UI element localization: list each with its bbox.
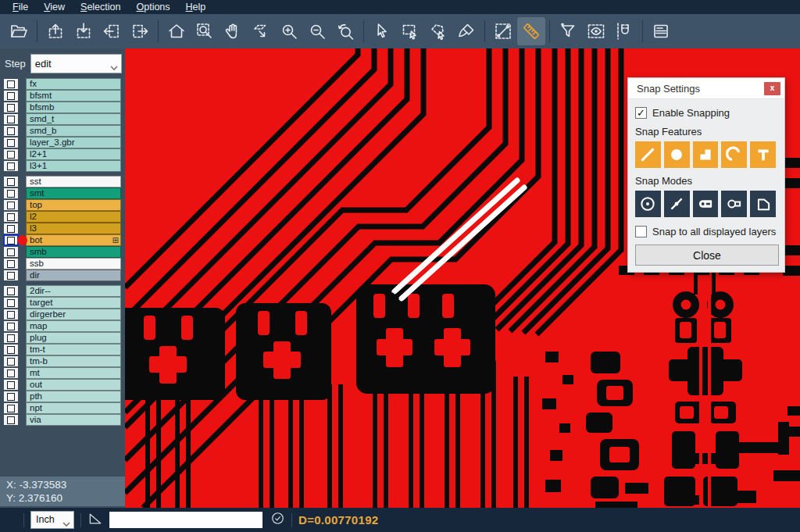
pan-button[interactable] (219, 17, 247, 45)
layer-row[interactable]: map (0, 320, 125, 332)
layer-visibility-checkbox[interactable] (4, 333, 18, 343)
layer-row[interactable]: top (0, 199, 125, 211)
import-right-button[interactable] (126, 17, 154, 45)
layer-label[interactable]: smd_b (26, 125, 121, 137)
home-view-button[interactable] (162, 17, 191, 45)
menu-selection[interactable]: Selection (73, 0, 128, 14)
open-project-button[interactable] (5, 17, 33, 45)
layer-label[interactable]: l2+1 (26, 148, 121, 160)
layer-row[interactable]: l3 (0, 223, 125, 234)
layer-row[interactable]: bfsmt (0, 90, 125, 102)
layer-visibility-checkbox[interactable] (4, 368, 18, 378)
menu-view[interactable]: View (36, 0, 73, 14)
layer-row[interactable]: plug (0, 332, 125, 344)
snap-mode-center-button[interactable] (635, 191, 661, 217)
report-list-button[interactable] (647, 17, 675, 45)
layer-visibility-checkbox[interactable] (4, 247, 18, 257)
layer-visibility-checkbox[interactable] (4, 415, 18, 425)
menu-help[interactable]: Help (178, 0, 214, 14)
layer-label[interactable]: tm-b (26, 355, 121, 367)
layer-label[interactable]: via (26, 414, 121, 426)
zoom-window-button[interactable] (191, 17, 219, 45)
layer-row[interactable]: pth (0, 391, 125, 402)
layer-label[interactable]: top (26, 199, 121, 211)
layer-label[interactable]: dirgerber (26, 309, 121, 320)
step-select[interactable]: edit (30, 54, 122, 73)
layer-visibility-checkbox[interactable] (4, 321, 18, 331)
enable-snapping-checkbox[interactable]: ✓ (635, 107, 647, 119)
snap-mode-midpoint-button[interactable] (664, 191, 690, 217)
layer-row[interactable]: layer_3.gbr (0, 137, 125, 148)
layer-row[interactable]: smt (0, 187, 125, 199)
select-polygon-button[interactable] (424, 17, 452, 45)
pan-region-button[interactable] (247, 17, 275, 45)
snap-feature-line-button[interactable] (635, 141, 661, 168)
layer-row[interactable]: smd_t (0, 113, 125, 125)
layer-visibility-checkbox[interactable] (4, 91, 18, 101)
select-brush-button[interactable] (452, 17, 480, 45)
layer-label[interactable]: l3+1 (26, 160, 121, 172)
layer-row[interactable]: dirgerber (0, 309, 125, 320)
layer-row-selected[interactable]: bot⊞ (0, 234, 125, 246)
snap-feature-text-button[interactable] (750, 141, 776, 168)
layer-label[interactable]: target (26, 297, 121, 309)
menu-file[interactable]: File (5, 0, 36, 14)
layer-row[interactable]: l2 (0, 211, 125, 223)
layer-visibility-checkbox[interactable] (4, 270, 18, 280)
layer-visibility-checkbox[interactable] (4, 309, 18, 320)
layer-row[interactable]: target (0, 297, 125, 309)
layer-visibility-checkbox[interactable] (4, 188, 18, 198)
layer-row[interactable]: tm-b (0, 355, 125, 367)
layer-row[interactable]: sst (0, 176, 125, 187)
layer-row[interactable]: out (0, 379, 125, 391)
layer-visibility-checkbox[interactable] (4, 345, 18, 355)
layer-label[interactable]: map (26, 320, 121, 332)
angle-measure-icon[interactable] (88, 511, 103, 530)
zoom-out-button[interactable] (303, 17, 331, 45)
layer-label[interactable]: smd_t (26, 113, 121, 125)
snap-mode-shape-outline-button[interactable] (721, 191, 747, 217)
layer-label[interactable]: l2 (26, 211, 121, 223)
layer-visibility-checkbox[interactable] (4, 356, 18, 366)
layer-row[interactable]: tm-t (0, 344, 125, 355)
layer-visibility-checkbox[interactable] (4, 212, 18, 222)
dialog-close-button[interactable]: Close (635, 245, 779, 266)
layer-visibility-checkbox[interactable] (4, 114, 18, 124)
grid-icon[interactable]: ⊞ (112, 235, 119, 245)
enable-snapping-row[interactable]: ✓ Enable Snapping (635, 107, 779, 119)
layer-visibility-checkbox[interactable] (4, 223, 18, 234)
snap-magnet-button[interactable] (610, 17, 638, 45)
snap-mode-polygon-button[interactable] (750, 191, 776, 217)
apply-check-icon[interactable] (270, 511, 285, 529)
layer-row[interactable]: l2+1 (0, 148, 125, 160)
layer-label[interactable]: mt (26, 367, 121, 379)
select-rectangle-button[interactable] (396, 17, 424, 45)
layer-row[interactable]: dir (0, 270, 125, 281)
layer-visibility-checkbox[interactable] (4, 403, 18, 413)
select-arrow-button[interactable] (368, 17, 396, 45)
layer-label[interactable]: npt (26, 402, 121, 414)
layer-visibility-checkbox[interactable] (4, 235, 18, 245)
snap-mode-shape-filled-button[interactable] (693, 191, 719, 217)
layer-label[interactable]: dir (26, 270, 121, 281)
zoom-in-button[interactable] (275, 17, 303, 45)
measure-value-input[interactable] (109, 512, 262, 528)
layer-row[interactable]: fx (0, 78, 125, 90)
snap-feature-arc-button[interactable] (721, 141, 747, 168)
layer-row[interactable]: smd_b (0, 125, 125, 137)
unit-select[interactable]: Inch (30, 511, 74, 529)
layer-visibility-checkbox[interactable] (4, 161, 18, 171)
snap-feature-circle-button[interactable] (664, 141, 690, 168)
layer-row[interactable]: l3+1 (0, 160, 125, 172)
layer-visibility-checkbox[interactable] (4, 286, 18, 296)
import-down-button[interactable] (70, 17, 98, 45)
snap-feature-pad-button[interactable] (693, 141, 719, 168)
import-left-button[interactable] (98, 17, 126, 45)
layer-label[interactable]: bfsmb (26, 102, 121, 113)
layer-label[interactable]: sst (26, 176, 121, 187)
layer-row[interactable]: smb (0, 246, 125, 258)
layer-visibility-checkbox[interactable] (4, 149, 18, 159)
layer-visibility-checkbox[interactable] (4, 137, 18, 148)
layer-visibility-checkbox[interactable] (4, 391, 18, 402)
layer-label[interactable]: out (26, 379, 121, 391)
